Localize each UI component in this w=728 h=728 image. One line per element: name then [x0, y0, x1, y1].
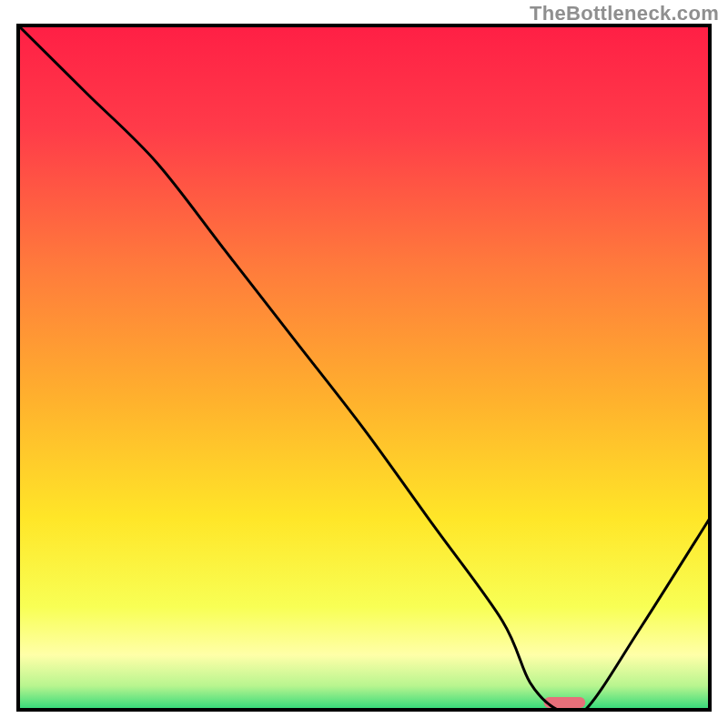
- bottleneck-chart: [0, 0, 728, 728]
